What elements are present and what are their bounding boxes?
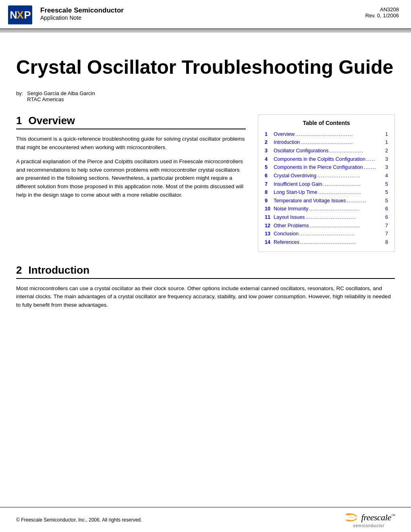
toc-num-span: 4 bbox=[265, 155, 274, 164]
toc-num-span: 1 bbox=[265, 130, 274, 139]
toc-dots-span: ....... bbox=[364, 163, 382, 172]
overview-para1: This document is a quick-reference troub… bbox=[16, 135, 246, 152]
overview-toc-row: 1 Overview This document is a quick-refe… bbox=[16, 114, 395, 252]
toc-title: Table of Contents bbox=[265, 120, 388, 126]
author-block: by: Sergio Garcia de Alba Garcin RTAC Am… bbox=[16, 90, 395, 102]
toc-label-span[interactable]: Introduction bbox=[274, 138, 300, 147]
toc-page-span: 2 bbox=[382, 147, 388, 155]
toc-item: 7Insufficient Loop Gain ................… bbox=[265, 180, 388, 189]
toc-num-span: 3 bbox=[265, 147, 274, 155]
toc-num-span: 14 bbox=[265, 238, 274, 247]
toc-label-span[interactable]: Conclusion bbox=[274, 230, 299, 238]
main-content: Crystal Oscillator Troubleshooting Guide… bbox=[0, 33, 411, 347]
freescale-sub-text: semiconductor bbox=[353, 524, 384, 528]
toc-row: 2Introduction ..........................… bbox=[265, 138, 388, 147]
freescale-logo-area: freescale™ semiconductor bbox=[343, 511, 395, 528]
toc-item: 5Components in the Pierce Configuration … bbox=[265, 163, 388, 172]
app-note-label: Application Note bbox=[40, 15, 365, 21]
author-info: Sergio Garcia de Alba Garcin RTAC Americ… bbox=[27, 90, 95, 102]
toc-item: 14References ...........................… bbox=[265, 238, 388, 247]
svg-text:P: P bbox=[24, 9, 31, 21]
toc-item: 10Noise Immunity .......................… bbox=[265, 205, 388, 213]
toc-row: 13Conclusion ...........................… bbox=[265, 230, 388, 238]
toc-dots-span: ........... bbox=[347, 197, 382, 205]
toc-dots-span: ............................... bbox=[300, 238, 382, 247]
toc-page-span: 3 bbox=[382, 163, 388, 172]
toc-page-span: 3 bbox=[382, 155, 388, 164]
toc-item: 12Other Problems .......................… bbox=[265, 222, 388, 230]
toc-item: 13Conclusion ...........................… bbox=[265, 230, 388, 238]
toc-label-span[interactable]: Overview bbox=[274, 130, 295, 139]
toc-dots-span: ............................ bbox=[310, 222, 382, 230]
toc-row: 4Components in the Colpitts Configuratio… bbox=[265, 155, 388, 164]
toc-page-span: 5 bbox=[382, 188, 388, 197]
toc-num-span: 11 bbox=[265, 213, 274, 222]
toc-item: 11Layout Issues ........................… bbox=[265, 213, 388, 222]
toc-page-span: 8 bbox=[382, 238, 388, 247]
author-label: by: bbox=[16, 90, 23, 96]
toc-label-span[interactable]: Oscillator Configurations bbox=[274, 147, 328, 155]
toc-dots-span: ............................ bbox=[305, 213, 382, 222]
overview-column: 1 Overview This document is a quick-refe… bbox=[16, 114, 246, 252]
toc-item: 2Introduction ..........................… bbox=[265, 138, 388, 147]
toc-row: 9Temperature and Voltage Issues ........… bbox=[265, 197, 388, 205]
nxp-logo-icon: N X P bbox=[8, 5, 32, 25]
toc-row: 5Components in the Pierce Configuration … bbox=[265, 163, 388, 172]
toc-label-span[interactable]: Temperature and Voltage Issues bbox=[274, 197, 346, 205]
toc-label-span[interactable]: References bbox=[274, 238, 299, 247]
toc-num-span: 8 bbox=[265, 188, 274, 197]
toc-num-span: 2 bbox=[265, 138, 274, 147]
toc-num-span: 5 bbox=[265, 163, 274, 172]
toc-num-span: 13 bbox=[265, 230, 274, 238]
toc-page-span: 5 bbox=[382, 180, 388, 189]
toc-item: 8Long Start-Up Time ....................… bbox=[265, 188, 388, 197]
freescale-swoosh-icon bbox=[343, 511, 359, 524]
toc-page-span: 1 bbox=[382, 138, 388, 147]
toc-row: 12Other Problems .......................… bbox=[265, 222, 388, 230]
doc-rev-text: Rev. 0, 1/2006 bbox=[365, 12, 399, 19]
toc-dots-span: ................................ bbox=[295, 130, 382, 139]
doc-number-text: AN3208 bbox=[365, 6, 399, 12]
toc-label-span[interactable]: Crystal Overdriving bbox=[274, 172, 316, 180]
intro-section-number: 2 bbox=[16, 264, 22, 276]
toc-num-span: 7 bbox=[265, 180, 274, 189]
toc-dots-span: ............................. bbox=[301, 138, 382, 147]
toc-dots-span: ............................... bbox=[299, 230, 382, 238]
gray-bar-decoration bbox=[0, 29, 411, 33]
header-doc-info: AN3208 Rev. 0, 1/2006 bbox=[365, 5, 399, 19]
author-name: Sergio Garcia de Alba Garcin bbox=[27, 90, 95, 96]
author-affiliation: RTAC Americas bbox=[27, 96, 95, 102]
page-wrapper: N X P Freescale Semiconductor Applicatio… bbox=[0, 0, 411, 532]
toc-label-span[interactable]: Components in the Colpitts Configuration bbox=[274, 155, 365, 164]
toc-row: 14References ...........................… bbox=[265, 238, 388, 247]
toc-dots-span: ............................ bbox=[309, 205, 382, 213]
toc-label-span[interactable]: Long Start-Up Time bbox=[274, 188, 317, 197]
intro-para1: Most microcontrollers can use a crystal … bbox=[16, 285, 395, 310]
toc-item: 1Overview ..............................… bbox=[265, 130, 388, 139]
toc-num-span: 12 bbox=[265, 222, 274, 230]
page-footer: © Freescale Semiconductor, Inc., 2006. A… bbox=[0, 507, 411, 532]
toc-page-span: 6 bbox=[382, 213, 388, 222]
toc-label-span[interactable]: Other Problems bbox=[274, 222, 309, 230]
logo-area: N X P bbox=[8, 5, 32, 25]
toc-column: Table of Contents 1Overview ............… bbox=[258, 114, 395, 252]
toc-row: 1Overview ..............................… bbox=[265, 130, 388, 139]
toc-label-span[interactable]: Noise Immunity bbox=[274, 205, 308, 213]
toc-label-span[interactable]: Insufficient Loop Gain bbox=[274, 180, 322, 189]
overview-para2: A practical explanation of the Pierce an… bbox=[16, 158, 246, 200]
toc-page-span: 7 bbox=[382, 230, 388, 238]
toc-dots-span: ..... bbox=[366, 155, 382, 164]
toc-page-span: 4 bbox=[382, 172, 388, 180]
toc-label-span[interactable]: Layout Issues bbox=[274, 213, 305, 222]
toc-page-span: 7 bbox=[382, 222, 388, 230]
company-name: Freescale Semiconductor bbox=[40, 6, 365, 15]
toc-box: Table of Contents 1Overview ............… bbox=[258, 114, 395, 252]
toc-dots-span: ..................... bbox=[323, 180, 382, 189]
toc-row: 11Layout Issues ........................… bbox=[265, 213, 388, 222]
toc-item: 9Temperature and Voltage Issues ........… bbox=[265, 197, 388, 205]
toc-row: 10Noise Immunity .......................… bbox=[265, 205, 388, 213]
svg-text:N: N bbox=[10, 9, 17, 21]
header-title-area: Freescale Semiconductor Application Note bbox=[40, 5, 365, 21]
toc-row: 8Long Start-Up Time ....................… bbox=[265, 188, 388, 197]
toc-label-span[interactable]: Components in the Pierce Configuration bbox=[274, 163, 363, 172]
